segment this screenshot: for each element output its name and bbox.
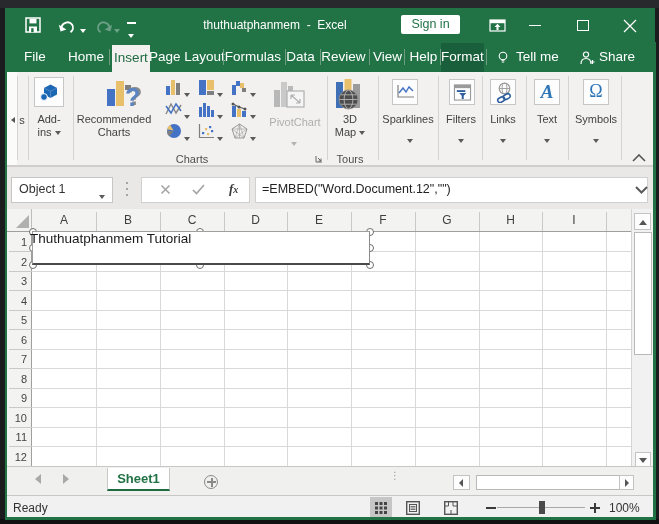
svg-text:?: ? [125,83,140,108]
